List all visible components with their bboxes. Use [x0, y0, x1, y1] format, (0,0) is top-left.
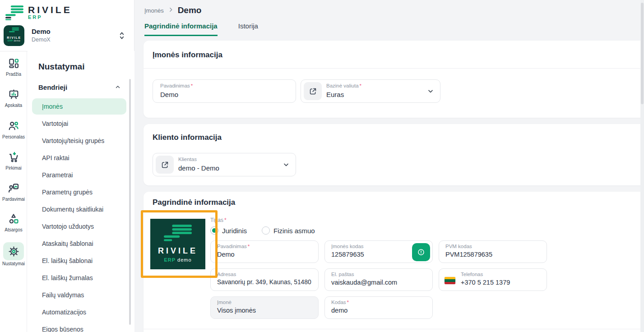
rivile-logo-icon	[5, 5, 23, 22]
external-link-icon	[161, 161, 169, 169]
bazine-valiuta-select[interactable]: Bazinė valiuta* Euras	[301, 79, 440, 103]
pvm-kodas-field[interactable]: PVM kodas PVM125879635	[439, 240, 547, 263]
section-title: Įmonės informacija	[153, 51, 222, 60]
tab-pagrindine-informacija[interactable]: Pagrindinė informacija	[144, 22, 218, 36]
sidebar-group-bendrieji[interactable]: Bendrieji	[38, 82, 121, 93]
section-title: Kliento informacija	[153, 133, 222, 142]
radio-fizinis-asmuo[interactable]: Fizinis asmuo	[262, 226, 315, 235]
sales-icon	[8, 188, 19, 195]
required-asterisk: *	[224, 217, 227, 223]
lithuania-flag-icon	[445, 277, 455, 284]
card-kliento-informacija: Kliento informacija Klientas demo - Demo	[144, 124, 644, 185]
rail-item-nustatymai[interactable]: Nustatymai	[0, 242, 27, 266]
chevron-up-icon	[115, 84, 121, 92]
imones-kodas-field[interactable]: Įmonės kodas 125879635	[324, 240, 433, 263]
main-content: Įmonės Demo Pagrindinė informacija Istor…	[134, 0, 644, 332]
chevron-down-icon	[283, 161, 290, 170]
sidebar-item-imones[interactable]: Įmonės	[32, 98, 126, 115]
settings-sidebar: Nustatymai Bendrieji Įmonės Vartotojai V…	[28, 51, 134, 332]
divider	[144, 68, 644, 69]
nav-rail: Pradžia Apskaita	[0, 51, 27, 332]
users-icon	[8, 125, 19, 133]
inventory-icon	[8, 218, 19, 226]
sidebar-item-parametru-grupes[interactable]: Parametrų grupės	[32, 184, 126, 200]
rail-item-personalas[interactable]: Personalas	[0, 120, 27, 139]
sidebar-item-eigos-busenos[interactable]: Eigos būsenos	[32, 321, 126, 332]
dashboard-icon	[8, 63, 19, 70]
card-imones-informacija: Įmonės informacija Pavadinimas* Demo Baz…	[144, 41, 644, 118]
external-link-button[interactable]	[304, 82, 322, 100]
tab-istorija[interactable]: Istorija	[238, 22, 258, 36]
kodas-field[interactable]: Kodas* demo	[324, 296, 433, 319]
telefonas-field[interactable]: Telefonas +370 5 215 1379	[439, 268, 547, 291]
rail-item-atsargos[interactable]: Atsargos	[0, 213, 27, 232]
gear-icon	[3, 242, 24, 260]
app-logo: RIVILE ERP	[5, 5, 72, 22]
radio-unselected-icon	[262, 226, 270, 235]
sidebar-item-vartotoju-teisiu-grupes[interactable]: Vartotojų/teisių grupės	[32, 133, 126, 149]
tab-bar: Pagrindinė informacija Istorija	[144, 22, 258, 36]
breadcrumb: Įmonės Demo	[144, 5, 201, 15]
sidebar-scrollbar[interactable]	[129, 79, 131, 325]
sidebar-item-api-raktai[interactable]: API raktai	[32, 150, 126, 166]
required-asterisk: *	[248, 244, 250, 249]
cart-icon	[8, 157, 19, 164]
external-link-icon	[309, 87, 317, 96]
radio-juridinis[interactable]: Juridinis	[210, 226, 247, 235]
required-asterisk: *	[191, 83, 193, 88]
sidebar-item-vartotojai[interactable]: Vartotojai	[32, 115, 126, 132]
adresas-field[interactable]: Adresas Savanorių pr. 349, Kaunas, 51480	[210, 268, 319, 291]
rail-item-pirkimai[interactable]: Pirkimai	[0, 151, 27, 171]
alert-circle-icon	[417, 248, 426, 257]
required-asterisk: *	[347, 300, 349, 305]
pavadinimas-field[interactable]: Pavadinimas* Demo	[153, 79, 296, 103]
sidebar-title: Nustatymai	[38, 62, 84, 72]
logo-title: RIVILE	[150, 246, 205, 256]
sidebar-item-parametrai[interactable]: Parametrai	[32, 167, 126, 183]
sidebar-item-automatizacijos[interactable]: Automatizacijos	[32, 304, 126, 320]
required-asterisk: *	[360, 83, 361, 88]
pavadinimas-field-2[interactable]: Pavadinimas* Demo	[210, 240, 319, 263]
sidebar-item-dokumentu-skaitliukai[interactable]: Dokumentų skaitliukai	[32, 201, 126, 217]
rail-item-pardavimai[interactable]: Pardavimai	[0, 182, 27, 202]
workspace-name: Demo	[32, 28, 51, 35]
chevron-right-icon	[168, 6, 174, 14]
brand-name: RIVILE	[28, 5, 72, 14]
radio-selected-icon	[210, 226, 218, 235]
el-pastas-field[interactable]: El. paštas vaiskauda@gmail.com	[324, 268, 433, 291]
sidebar-item-el-laisku-zurnalas[interactable]: El. laiškų žurnalas	[32, 270, 126, 286]
rail-item-apskaita[interactable]: Apskaita	[0, 89, 27, 108]
klientas-select[interactable]: Klientas demo - Demo	[153, 153, 296, 176]
divider	[144, 329, 644, 329]
page-title: Demo	[178, 5, 202, 15]
sidebar-item-el-laisku-sablonai[interactable]: El. laiškų šablonai	[32, 253, 126, 269]
main-scrollbar[interactable]	[640, 0, 644, 332]
chevron-down-icon	[427, 88, 434, 97]
breadcrumb-parent[interactable]: Įmonės	[144, 7, 164, 14]
card-pagrindine-informacija: Pagrindinė informacija RIVILE ERP demo T…	[144, 192, 644, 332]
registry-check-button[interactable]	[412, 243, 430, 261]
section-title: Pagrindinė informacija	[153, 198, 235, 207]
workspace-selector[interactable]: RIVILE ERP demo Demo DemoX	[4, 25, 131, 48]
workspace-code: DemoX	[32, 37, 51, 43]
workspace-logo-title: RIVILE	[4, 36, 24, 39]
workspace-logo: RIVILE ERP demo	[4, 25, 24, 46]
rail-item-pradzia[interactable]: Pradžia	[0, 58, 27, 77]
imone-field: Įmonė Visos įmonės	[210, 296, 319, 319]
sidebar-item-failu-valdymas[interactable]: Failų valdymas	[32, 287, 126, 303]
main-scrollbar-thumb[interactable]	[641, 3, 644, 104]
sidebar-item-vartotojo-uzduotys[interactable]: Vartotojo užduotys	[32, 218, 126, 235]
tipas-label: Tipas*	[210, 217, 227, 223]
logo-subtitle: ERP demo	[150, 257, 205, 263]
workspace-logo-sub: ERP demo	[4, 39, 24, 42]
chart-board-icon	[8, 94, 19, 101]
brand-product: ERP	[28, 14, 72, 20]
chevron-updown-icon	[118, 31, 125, 42]
company-logo-image[interactable]: RIVILE ERP demo	[150, 219, 205, 269]
sidebar-item-ataskaitu-sablonai[interactable]: Ataskaitų šablonai	[32, 235, 126, 252]
external-link-button[interactable]	[156, 156, 174, 174]
left-panel: RIVILE ERP RIVILE ERP demo Demo DemoX	[0, 0, 134, 332]
